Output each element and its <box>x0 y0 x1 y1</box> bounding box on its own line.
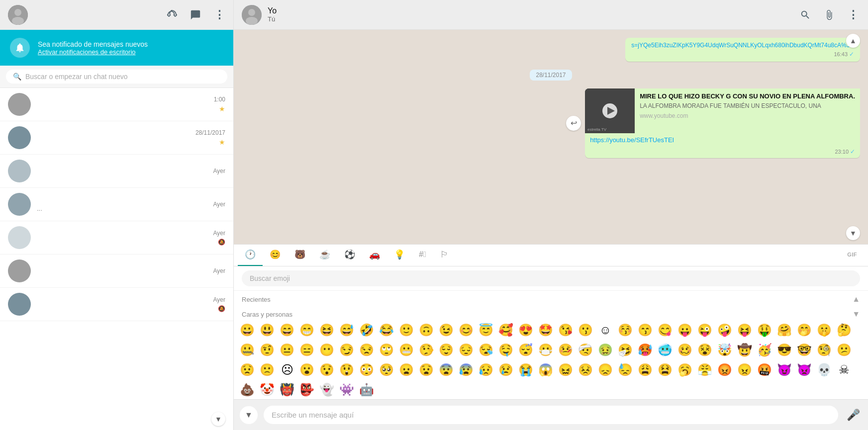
emoji-item[interactable]: 😨 <box>437 360 456 379</box>
emoji-item[interactable]: 😶 <box>317 341 336 359</box>
list-item[interactable]: Chat 1:00 ★ <box>0 88 233 121</box>
emoji-item[interactable]: 😭 <box>516 360 535 379</box>
emoji-item[interactable]: 😇 <box>477 321 495 340</box>
emoji-item[interactable]: 😀 <box>238 321 257 340</box>
emoji-item[interactable]: 😠 <box>735 360 754 379</box>
emoji-item[interactable]: 😦 <box>397 360 416 379</box>
emoji-item[interactable]: 😂 <box>377 321 396 340</box>
emoji-item[interactable]: 👾 <box>337 380 356 399</box>
emoji-item[interactable]: 🤯 <box>715 341 734 359</box>
emoji-item[interactable]: 🤕 <box>576 341 595 359</box>
emoji-item[interactable]: 😅 <box>337 321 356 340</box>
emoji-item[interactable]: 😔 <box>457 341 476 359</box>
emoji-item[interactable]: 😥 <box>477 360 495 379</box>
emoji-item[interactable]: 😆 <box>317 321 336 340</box>
emoji-item[interactable]: 😡 <box>715 360 734 379</box>
emoji-item[interactable]: 🥶 <box>656 341 675 359</box>
emoji-item[interactable]: 😝 <box>735 321 754 340</box>
link-preview-url[interactable]: https://youtu.be/SEfrTUesTEI <box>590 136 674 144</box>
emoji-item[interactable]: 🤖 <box>357 380 376 399</box>
expand-icon[interactable]: ▼ <box>852 310 860 319</box>
emoji-item[interactable]: 🤥 <box>417 341 436 359</box>
emoji-item[interactable]: 😬 <box>397 341 416 359</box>
scroll-up-button[interactable]: ▲ <box>846 34 860 48</box>
scroll-down-button[interactable]: ▼ <box>211 412 225 426</box>
emoji-item[interactable]: 🤗 <box>775 321 794 340</box>
emoji-item[interactable]: 🥵 <box>636 341 655 359</box>
emoji-item[interactable]: ☠ <box>835 360 854 379</box>
emoji-item[interactable]: 😢 <box>496 360 515 379</box>
emoji-item[interactable]: 😌 <box>437 341 456 359</box>
animal-tab[interactable]: 🐻 <box>288 245 312 266</box>
emoji-item[interactable]: 😎 <box>775 341 794 359</box>
emoji-item[interactable]: 😍 <box>516 321 535 340</box>
emoji-item[interactable]: 🤐 <box>238 341 257 359</box>
emoji-item[interactable]: 😑 <box>297 341 316 359</box>
emoji-item[interactable]: 😮 <box>297 360 316 379</box>
emoji-item[interactable]: 😪 <box>477 341 495 359</box>
activity-tab[interactable]: ⚽ <box>337 245 362 266</box>
emoji-item[interactable]: 😚 <box>616 321 635 340</box>
emoji-item[interactable]: 🤬 <box>755 360 774 379</box>
emoji-item[interactable]: 😴 <box>516 341 535 359</box>
food-tab[interactable]: ☕ <box>312 245 337 266</box>
emoji-item[interactable]: 😙 <box>636 321 655 340</box>
emoji-item[interactable]: 🥱 <box>675 360 694 379</box>
emoji-search-input[interactable] <box>242 270 860 286</box>
emoji-item[interactable]: 🥺 <box>377 360 396 379</box>
object-tab[interactable]: 💡 <box>387 245 412 266</box>
emoji-item[interactable]: 🤪 <box>715 321 734 340</box>
emoji-item[interactable]: 😧 <box>417 360 436 379</box>
list-item[interactable]: Chat Ayer 🔕 <box>0 288 233 321</box>
list-item[interactable]: Chat ... Ayer <box>0 188 233 221</box>
emoji-item[interactable]: 😟 <box>238 360 257 379</box>
mic-button[interactable]: 🎤 <box>844 406 862 424</box>
emoji-item[interactable]: 🤒 <box>556 341 575 359</box>
emoji-item[interactable]: 🙂 <box>397 321 416 340</box>
symbol-tab[interactable]: #⃣ <box>412 245 433 266</box>
collapse-emoji-button[interactable]: ▼ <box>240 406 258 424</box>
emoji-item[interactable]: 💩 <box>238 380 257 399</box>
emoji-item[interactable]: 🤔 <box>835 321 854 340</box>
scroll-down-button[interactable]: ▼ <box>846 226 860 240</box>
attach-icon[interactable] <box>822 8 836 22</box>
emoji-item[interactable]: 😲 <box>337 360 356 379</box>
emoji-item[interactable]: 😖 <box>556 360 575 379</box>
emoji-item[interactable]: 😐 <box>278 341 296 359</box>
emoji-item[interactable]: 😓 <box>616 360 635 379</box>
user-avatar[interactable] <box>8 5 28 25</box>
emoji-item[interactable]: 😳 <box>357 360 376 379</box>
emoji-item[interactable]: 🤑 <box>755 321 774 340</box>
emoji-item[interactable]: 🤧 <box>616 341 635 359</box>
emoji-item[interactable]: 😘 <box>556 321 575 340</box>
emoji-item[interactable]: 😕 <box>835 341 854 359</box>
search-messages-icon[interactable] <box>798 8 812 22</box>
recent-tab[interactable]: 🕐 <box>238 245 263 266</box>
emoji-item[interactable]: 😛 <box>675 321 694 340</box>
travel-tab[interactable]: 🚗 <box>362 245 387 266</box>
new-chat-icon[interactable] <box>190 9 201 21</box>
search-input[interactable] <box>25 73 220 81</box>
emoji-item[interactable]: 🙃 <box>417 321 436 340</box>
emoji-item[interactable]: 🥴 <box>675 341 694 359</box>
list-item[interactable]: Chat Ayer 🔕 <box>0 221 233 255</box>
emoji-item[interactable]: 🤢 <box>596 341 615 359</box>
emoji-item[interactable]: 🤩 <box>536 321 555 340</box>
message-placeholder[interactable]: Escribe un mensaje aquí <box>272 411 354 419</box>
smiley-tab[interactable]: 😊 <box>263 245 288 266</box>
list-item[interactable]: Chat Ayer <box>0 255 233 288</box>
emoji-item[interactable]: 😋 <box>656 321 675 340</box>
emoji-item[interactable]: 🤓 <box>795 341 814 359</box>
emoji-item[interactable]: 😯 <box>317 360 336 379</box>
emoji-item[interactable]: 😱 <box>536 360 555 379</box>
emoji-item[interactable]: 😊 <box>457 321 476 340</box>
emoji-item[interactable]: 😣 <box>576 360 595 379</box>
notification-link[interactable]: Activar notificaciones de escritorio <box>38 48 148 56</box>
emoji-item[interactable]: 😷 <box>536 341 555 359</box>
emoji-item[interactable]: 👿 <box>795 360 814 379</box>
emoji-item[interactable]: 🙁 <box>258 360 277 379</box>
emoji-item[interactable]: 😃 <box>258 321 277 340</box>
emoji-item[interactable]: 👺 <box>297 380 316 399</box>
emoji-item[interactable]: 😗 <box>576 321 595 340</box>
emoji-item[interactable]: 🤫 <box>815 321 834 340</box>
